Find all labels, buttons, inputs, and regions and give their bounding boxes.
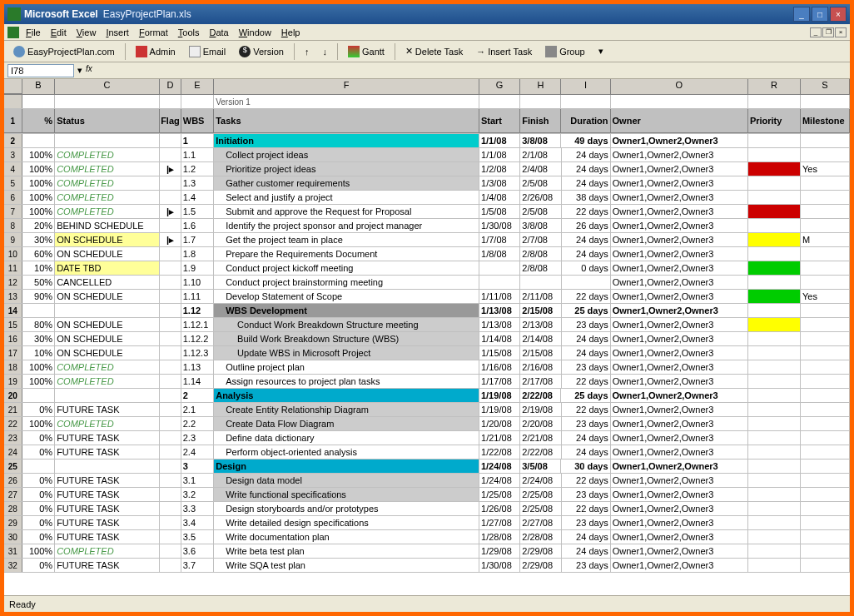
version-button[interactable]: $Version <box>233 43 290 60</box>
cell[interactable]: 3.4 <box>181 516 214 529</box>
cell[interactable] <box>160 431 181 445</box>
cell[interactable]: COMPLETED <box>55 360 160 374</box>
cell[interactable]: COMPLETED <box>55 417 160 430</box>
mdi-restore-button[interactable]: ❐ <box>822 27 834 37</box>
cell[interactable]: 23 days <box>562 318 611 331</box>
cell[interactable]: 1/24/08 <box>479 460 520 473</box>
cell[interactable]: 3.1 <box>181 474 214 487</box>
col-priority[interactable]: Priority <box>748 109 801 133</box>
cell[interactable] <box>801 191 850 204</box>
cell[interactable]: 100% <box>22 360 55 374</box>
cell[interactable]: Conduct project brainstorming meeting <box>214 276 479 289</box>
col-header[interactable]: E <box>181 79 214 94</box>
cell[interactable]: Design <box>214 460 479 473</box>
cell[interactable] <box>748 544 801 558</box>
cell[interactable] <box>160 488 181 501</box>
cell[interactable] <box>801 431 850 445</box>
cell[interactable]: 2/21/08 <box>520 431 561 445</box>
cell[interactable]: 2/1/08 <box>520 148 561 161</box>
cell[interactable]: COMPLETED <box>55 205 160 218</box>
cell[interactable] <box>160 261 181 275</box>
cell[interactable]: 2.4 <box>181 445 214 459</box>
cell[interactable]: Owner1,Owner2,Owner3 <box>611 276 748 289</box>
menu-insert[interactable]: Insert <box>101 26 134 39</box>
cell[interactable]: Write documentation plan <box>214 530 479 544</box>
cell[interactable] <box>160 389 181 402</box>
cell[interactable]: Gather customer requirements <box>214 176 479 190</box>
cell[interactable]: Owner1,Owner2,Owner3 <box>611 488 748 501</box>
cell[interactable]: 3.6 <box>181 544 214 558</box>
cell[interactable]: Initiation <box>214 134 479 147</box>
cell[interactable]: FUTURE TASK <box>55 403 160 416</box>
cell[interactable]: 3.2 <box>181 488 214 501</box>
row-header[interactable]: 30 <box>4 530 22 544</box>
cell[interactable]: 22 days <box>562 474 611 487</box>
cell[interactable]: Owner1,Owner2,Owner3 <box>611 403 748 416</box>
cell[interactable] <box>748 445 801 459</box>
cell[interactable] <box>801 176 850 190</box>
row-header[interactable]: 3 <box>4 148 22 161</box>
cell[interactable]: 0% <box>22 502 55 515</box>
mdi-close-button[interactable]: × <box>835 27 847 37</box>
cell[interactable]: Perform object-oriented analysis <box>214 445 479 459</box>
menu-format[interactable]: Format <box>134 26 173 39</box>
row-header[interactable]: 25 <box>4 460 22 473</box>
cell[interactable]: Analysis <box>214 389 479 402</box>
cell[interactable]: Owner1,Owner2,Owner3 <box>611 346 748 360</box>
cell[interactable]: 30% <box>22 332 55 345</box>
cell[interactable]: 2.1 <box>181 403 214 416</box>
cell[interactable] <box>160 176 181 190</box>
cell[interactable]: Collect project ideas <box>214 148 479 161</box>
cell[interactable] <box>748 389 801 402</box>
cell[interactable] <box>22 460 55 473</box>
cell[interactable]: 2/4/08 <box>520 162 561 176</box>
row-header[interactable]: 19 <box>4 375 22 388</box>
site-button[interactable]: EasyProjectPlan.com <box>7 43 121 60</box>
cell[interactable]: 1/1/08 <box>479 134 520 147</box>
cell[interactable]: 3/5/08 <box>520 460 561 473</box>
row-header[interactable]: 5 <box>4 176 22 190</box>
cell[interactable]: Owner1,Owner2,Owner3 <box>611 559 748 572</box>
cell[interactable] <box>748 148 801 161</box>
menu-view[interactable]: View <box>72 26 102 39</box>
cell[interactable]: Owner1,Owner2,Owner3 <box>611 176 748 190</box>
cell[interactable]: 38 days <box>562 191 611 204</box>
row-header[interactable]: 7 <box>4 205 22 218</box>
cell[interactable] <box>801 474 850 487</box>
row-header[interactable]: 2 <box>4 134 22 147</box>
cell[interactable] <box>801 219 850 232</box>
cell[interactable]: 22 days <box>562 205 611 218</box>
cell[interactable]: Conduct Work Breakdown Structure meeting <box>214 318 479 331</box>
cell[interactable] <box>748 360 801 374</box>
cell[interactable] <box>801 332 850 345</box>
cell[interactable] <box>160 502 181 515</box>
cell[interactable]: Write functional specifications <box>214 488 479 501</box>
cell[interactable]: Owner1,Owner2,Owner3 <box>611 233 748 246</box>
cell[interactable]: 22 days <box>562 290 611 303</box>
filter-button[interactable]: ▾ <box>593 43 609 59</box>
row-header[interactable]: 15 <box>4 318 22 331</box>
up-button[interactable]: ↑ <box>299 44 315 59</box>
cell[interactable]: 1/17/08 <box>479 375 520 388</box>
col-header[interactable]: F <box>214 79 479 94</box>
cell[interactable]: Create Data Flow Diagram <box>214 417 479 430</box>
col-owner[interactable]: Owner <box>611 109 748 133</box>
cell[interactable] <box>562 276 611 289</box>
cell[interactable]: COMPLETED <box>55 375 160 388</box>
cell[interactable] <box>748 261 801 275</box>
cell[interactable]: 1.9 <box>181 261 214 275</box>
cell[interactable]: Owner1,Owner2,Owner3 <box>611 219 748 232</box>
cell[interactable]: 26 days <box>562 219 611 232</box>
cell[interactable]: 1.12.1 <box>181 318 214 331</box>
cell[interactable] <box>748 530 801 544</box>
cell[interactable]: Get the project team in place <box>214 233 479 246</box>
cell[interactable] <box>22 389 55 402</box>
row-header[interactable]: 12 <box>4 276 22 289</box>
col-flag[interactable]: Flag <box>160 109 181 133</box>
cell[interactable]: 1.14 <box>181 375 214 388</box>
cell[interactable]: Owner1,Owner2,Owner3 <box>611 474 748 487</box>
cell[interactable] <box>748 205 801 218</box>
maximize-button[interactable]: □ <box>812 7 828 22</box>
spreadsheet-grid[interactable]: B C D E F G H I O R S Version 1 <box>4 79 850 595</box>
cell[interactable]: 24 days <box>562 148 611 161</box>
